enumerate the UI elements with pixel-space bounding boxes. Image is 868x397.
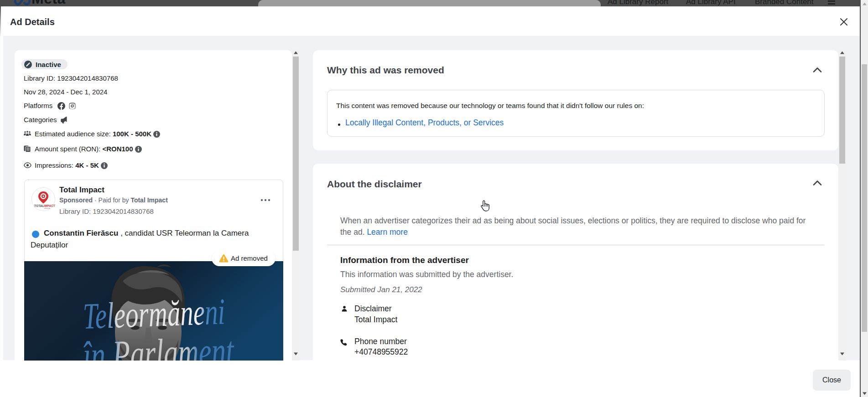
svg-text:în Parlament: în Parlament [82, 328, 235, 361]
svg-text:IMPACT: IMPACT [44, 204, 55, 207]
svg-text:advertising: advertising [44, 207, 50, 209]
svg-text:TOTAL: TOTAL [34, 204, 44, 207]
